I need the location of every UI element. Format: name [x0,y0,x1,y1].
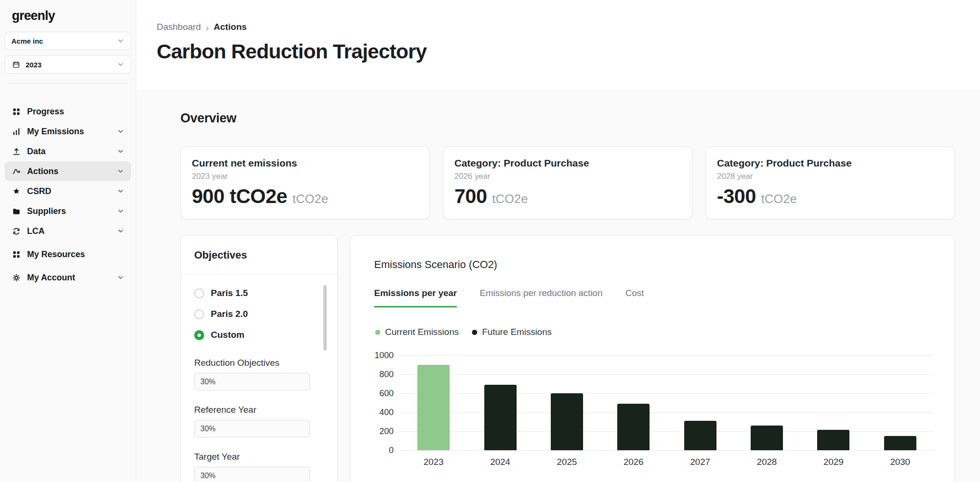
stat-card-subtitle: 2023 year [192,172,418,181]
sidebar-item-my-account[interactable]: My Account [5,268,131,287]
x-axis-label: 2025 [534,457,600,467]
year-selector[interactable]: 2023 [5,56,131,74]
grid-icon [11,107,21,116]
overview-heading: Overview [180,111,236,126]
y-axis-tick: 400 [379,408,394,417]
bar-slot: 2030 [867,355,933,450]
radio-label: Custom [211,330,245,340]
sidebar-item-label: Progress [27,107,64,117]
organization-selector[interactable]: Acme inc [5,32,131,50]
calendar-icon [11,60,21,69]
legend-current-emissions[interactable]: Current Emissions [375,327,459,337]
breadcrumb-separator: › [206,23,209,32]
bar-2028[interactable] [751,426,783,450]
sidebar-item-progress[interactable]: Progress [5,102,131,121]
tab-emissions-per-reduction-action[interactable]: Emissions per reduction action [480,288,603,307]
stat-card-title: Category: Product Purchase [717,158,943,169]
sidebar: greenly Acme inc 2023 Progress My Emissi… [0,0,136,482]
chevron-down-icon [117,167,124,175]
bar-slot: 2023 [400,355,467,450]
sidebar-divider [7,83,129,83]
chevron-down-icon [117,61,124,68]
emissions-scenario-panel: Emissions Scenario (CO2) Emissions per y… [350,235,955,482]
reference-year-label: Reference Year [194,405,324,415]
y-axis-tick: 0 [389,446,394,454]
stat-card-title: Category: Product Purchase [454,158,681,169]
bar-2027[interactable] [684,421,716,450]
chevron-down-icon [117,207,124,215]
chevron-down-icon [117,227,124,235]
chart-legend: Current Emissions Future Emissions [375,327,552,337]
sidebar-item-label: My Emissions [27,127,84,137]
x-axis-label: 2027 [667,457,734,467]
sidebar-item-actions[interactable]: Actions [5,161,131,181]
objectives-scrollbar[interactable] [323,285,327,351]
radio-paris-2-0[interactable]: Paris 2.0 [181,304,337,324]
reduction-objectives-label: Reduction Objectives [194,358,324,368]
chevron-down-icon [117,37,124,45]
target-year-input[interactable] [194,467,310,482]
bar-2025[interactable] [551,393,583,450]
scenario-tabs: Emissions per year Emissions per reducti… [374,288,644,307]
bar-slot: 2028 [734,355,800,450]
radio-label: Paris 2.0 [211,309,248,319]
legend-dot [472,330,477,335]
upload-icon [11,147,21,156]
stat-card-value: 700 [454,185,487,208]
breadcrumb-dashboard[interactable]: Dashboard [157,22,201,32]
sidebar-item-label: Data [27,147,46,157]
bar-2030[interactable] [884,436,916,450]
radio-paris-1-5[interactable]: Paris 1.5 [181,283,337,304]
target-year-label: Target Year [194,452,324,462]
sidebar-item-label: Suppliers [27,206,66,216]
reference-year-input[interactable] [194,420,310,437]
tab-cost[interactable]: Cost [625,288,644,307]
y-axis-tick: 600 [379,389,394,398]
sidebar-item-data[interactable]: Data [5,141,131,161]
sidebar-item-label: My Resources [27,250,85,260]
sidebar-item-my-emissions[interactable]: My Emissions [5,121,131,141]
stat-card-unit: tCO2e [492,192,528,206]
stat-card-unit: tCO2e [292,192,328,206]
sidebar-item-label: Actions [27,167,58,176]
sidebar-item-label: CSRD [27,186,51,196]
folder-icon [11,207,21,216]
bar-slot: 2029 [800,355,867,450]
breadcrumb-actions: Actions [214,22,247,32]
plot-area: 20232024202520262027202820292030 [400,355,933,450]
sidebar-item-csrd[interactable]: CSRD [5,181,131,201]
radio-icon [194,288,204,298]
objectives-panel: Objectives Paris 1.5 Paris 2.0 Custom Re… [180,235,338,482]
chevron-down-icon [117,148,124,155]
chevron-down-icon [117,274,124,281]
chevron-down-icon [117,187,124,195]
objectives-options: Paris 1.5 Paris 2.0 Custom [181,283,337,345]
bar-2029[interactable] [817,430,849,450]
stat-card-value: 900 tCO2e [192,185,287,208]
x-axis-label: 2028 [734,457,800,467]
sidebar-item-lca[interactable]: LCA [5,221,131,241]
bar-2026[interactable] [617,404,650,450]
organization-selector-value: Acme inc [11,37,43,45]
route-icon [11,167,21,176]
bar-2024[interactable] [484,385,517,450]
breadcrumb: Dashboard › Actions [157,22,980,32]
tab-emissions-per-year[interactable]: Emissions per year [374,288,457,307]
legend-label: Future Emissions [482,327,552,337]
bar-2023[interactable] [417,365,450,450]
sidebar-item-suppliers[interactable]: Suppliers [5,201,131,221]
radio-label: Paris 1.5 [211,288,248,298]
legend-future-emissions[interactable]: Future Emissions [472,327,552,337]
sidebar-item-my-resources[interactable]: My Resources [5,244,131,264]
legend-dot [375,330,380,335]
gear-icon [11,273,21,282]
app-logo: greenly [12,9,131,23]
stat-card-subtitle: 2028 year [717,172,943,181]
stat-card-value: -300 [717,185,756,208]
bar-slot: 2025 [534,355,600,450]
radio-custom[interactable]: Custom [181,324,337,345]
reduction-objectives-input[interactable] [194,373,310,390]
objectives-title: Objectives [181,236,337,274]
y-axis-tick: 1000 [375,351,394,360]
sidebar-item-label: LCA [27,226,45,236]
